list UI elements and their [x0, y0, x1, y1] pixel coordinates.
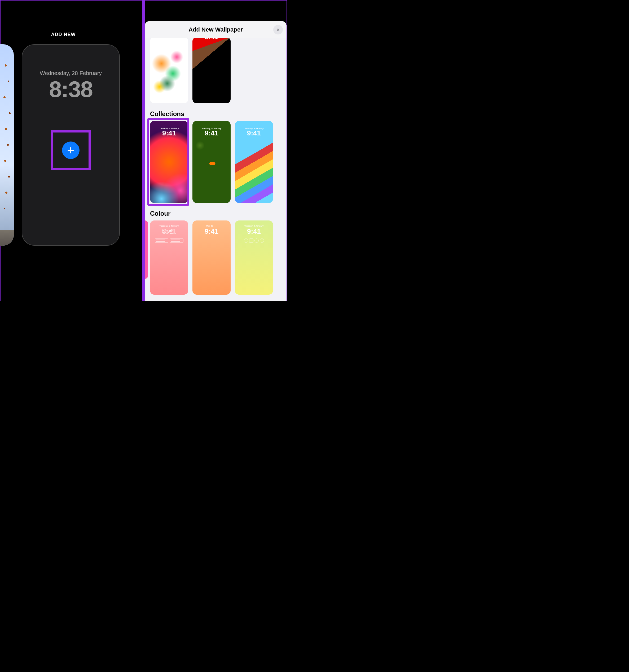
thumb-widget-placeholder [155, 239, 183, 243]
add-wallpaper-sheet: Add New Wallpaper 9:41 [145, 21, 286, 301]
panel-divider [142, 0, 145, 301]
thumb-date: Tuesday, 9 January [235, 225, 273, 227]
wallpaper-thumb-pride-stripes[interactable]: 9:41 [192, 38, 231, 103]
wallpaper-thumb-rainbow[interactable]: Tuesday, 9 January 9:41 [235, 121, 273, 203]
add-new-label: ADD NEW [1, 32, 126, 38]
thumb-widget-placeholder [238, 239, 269, 243]
thumb-date: Tuesday, 9 January [150, 127, 188, 129]
thumb-date: Tuesday, 9 January [192, 127, 231, 129]
section-title-collections: Collections [150, 110, 281, 118]
add-wallpaper-button[interactable] [62, 142, 79, 159]
wallpaper-thumb-colour-pink[interactable]: Tuesday, 9 January 9:41 [150, 220, 188, 295]
lock-screen-gallery-panel: ADD NEW Wednesday, 28 February 8:38 [0, 0, 142, 301]
thumb-time: 9:41 [192, 227, 231, 236]
wallpaper-thumb-colour-edge[interactable] [145, 220, 148, 279]
highlight-add-button [51, 130, 91, 170]
sheet-body[interactable]: 9:41 9:41 Collections Tuesday [145, 38, 286, 301]
thumb-time: 9:41 [235, 129, 273, 137]
wallpaper-thumb-colour-orange[interactable]: Wed 28 9:41 [192, 220, 231, 295]
thumb-time: 9:41 [192, 129, 231, 137]
close-icon [276, 28, 280, 32]
section-title-colour: Colour [150, 210, 281, 217]
previous-wallpaper-peek[interactable] [0, 44, 14, 246]
thumb-date: Wed 28 [192, 225, 231, 227]
thumb-time: 9:41 [235, 227, 273, 236]
lock-screen-time: 8:38 [22, 76, 119, 102]
wallpaper-thumb-colour-yellow[interactable]: Tuesday, 9 January 9:41 [235, 220, 273, 295]
sheet-title: Add New Wallpaper [188, 26, 243, 33]
wallpaper-thumb-ios17[interactable]: Tuesday, 9 January 9:41 [150, 121, 188, 203]
wallpaper-thumb-clownfish[interactable]: Tuesday, 9 January 9:41 [192, 121, 231, 203]
add-wallpaper-sheet-panel: Add New Wallpaper 9:41 [145, 0, 287, 301]
close-button[interactable] [273, 25, 283, 34]
thumb-time: 9:41 [150, 38, 188, 41]
plus-icon [67, 146, 75, 154]
wallpaper-thumb-pride-art[interactable]: 9:41 [150, 38, 188, 103]
thumb-time: 9:41 [192, 38, 231, 41]
lock-screen-date: Wednesday, 28 February [22, 70, 119, 76]
sheet-header: Add New Wallpaper [145, 21, 286, 38]
thumb-date: Tuesday, 9 January [150, 225, 188, 227]
thumb-time: 9:41 [150, 129, 188, 137]
thumb-date: Tuesday, 9 January [235, 127, 273, 129]
thumb-time: 9:41 [150, 227, 188, 236]
